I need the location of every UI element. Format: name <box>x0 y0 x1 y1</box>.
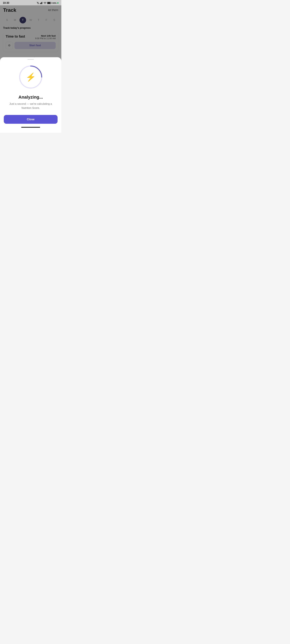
sheet-handle <box>28 59 34 60</box>
close-label: Close <box>27 118 34 121</box>
bottom-sheet: ⚡ Analyzing... Just a second — we're cal… <box>0 57 61 133</box>
spinner-container: ⚡ <box>18 64 43 90</box>
close-button[interactable]: Close <box>4 115 58 124</box>
analyzing-subtitle: Just a second — we're calculating a Nutr… <box>4 102 58 110</box>
lightning-icon: ⚡ <box>26 72 36 82</box>
analyzing-title: Analyzing... <box>18 95 43 100</box>
home-indicator <box>21 127 40 128</box>
